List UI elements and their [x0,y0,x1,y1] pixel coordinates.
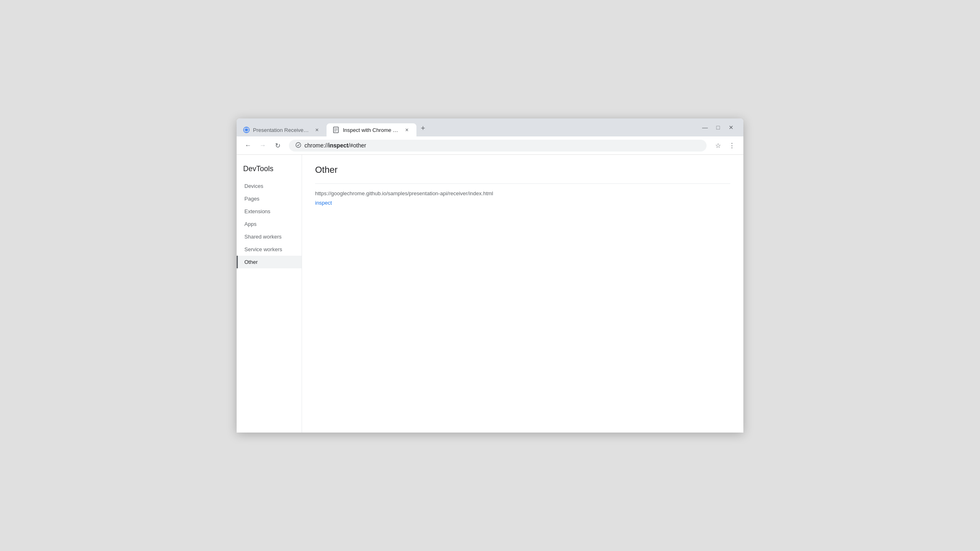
sidebar-item-pages-label: Pages [244,196,260,202]
tab-2-title: Inspect with Chrome Dev [343,127,400,133]
nav-actions: ☆ ⋮ [712,139,738,152]
tab-2-icon [333,127,340,133]
more-options-button[interactable]: ⋮ [725,139,738,152]
inspect-link[interactable]: inspect [315,200,332,206]
tab-1-title: Presentation Receiver AF [253,127,310,133]
window-controls: — □ ✕ [693,122,743,136]
maximize-button[interactable]: □ [712,122,724,133]
bookmark-button[interactable]: ☆ [712,139,725,152]
address-text: chrome://inspect/#other [304,142,700,149]
tabs-container: Presentation Receiver AF ✕ Inspect with … [237,122,693,136]
sidebar-title: DevTools [237,161,302,180]
list-item: https://googlechrome.github.io/samples/p… [315,190,730,206]
sidebar-item-extensions[interactable]: Extensions [237,205,302,218]
tab-2-close[interactable]: ✕ [403,127,410,133]
sidebar-item-devices[interactable]: Devices [237,180,302,192]
sidebar-item-pages[interactable]: Pages [237,192,302,205]
tab-1-icon [243,127,250,133]
security-icon [295,142,301,149]
sidebar: DevTools Devices Pages Extensions Apps S… [237,155,302,433]
svg-point-6 [296,143,301,147]
close-button[interactable]: ✕ [725,122,737,133]
nav-bar: ← → ↻ chrome://inspect/#other ☆ ⋮ [237,136,743,155]
refresh-button[interactable]: ↻ [271,139,284,152]
browser-window: Presentation Receiver AF ✕ Inspect with … [237,118,743,433]
sidebar-item-other[interactable]: Other [237,256,302,268]
tab-presentation-receiver[interactable]: Presentation Receiver AF ✕ [237,123,327,136]
sidebar-item-extensions-label: Extensions [244,208,271,214]
sidebar-item-other-label: Other [244,259,258,265]
sidebar-item-service-workers[interactable]: Service workers [237,243,302,256]
sidebar-item-apps[interactable]: Apps [237,218,302,230]
main-panel: Other https://googlechrome.github.io/sam… [302,155,743,433]
section-divider [315,183,730,184]
tab-1-close[interactable]: ✕ [313,127,320,133]
section-title: Other [315,165,730,175]
item-url: https://googlechrome.github.io/samples/p… [315,190,730,196]
address-bar[interactable]: chrome://inspect/#other [289,140,707,152]
sidebar-item-apps-label: Apps [244,221,257,227]
sidebar-item-shared-workers[interactable]: Shared workers [237,230,302,243]
back-button[interactable]: ← [242,139,255,152]
new-tab-button[interactable]: + [416,122,430,135]
content-area: DevTools Devices Pages Extensions Apps S… [237,155,743,433]
sidebar-item-devices-label: Devices [244,183,263,189]
minimize-button[interactable]: — [699,122,711,133]
forward-button[interactable]: → [256,139,269,152]
sidebar-item-shared-workers-label: Shared workers [244,234,282,240]
title-bar: Presentation Receiver AF ✕ Inspect with … [237,118,743,136]
sidebar-item-service-workers-label: Service workers [244,246,282,252]
tab-inspect-devtools[interactable]: Inspect with Chrome Dev ✕ [327,123,416,136]
